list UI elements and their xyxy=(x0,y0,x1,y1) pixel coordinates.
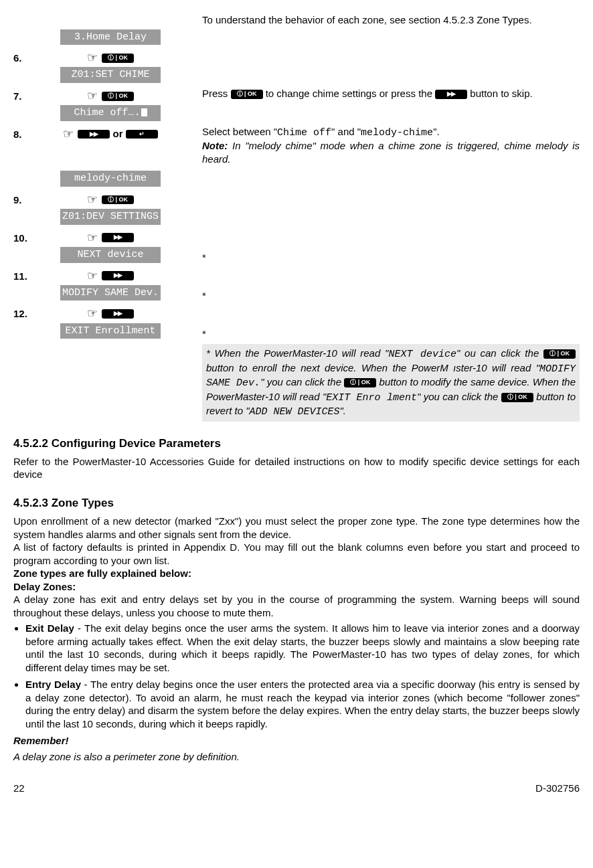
sec452-text: Refer to the PowerMaster-10 Accessories … xyxy=(13,455,580,481)
sec453-p2: A list of factory defaults is printed in… xyxy=(13,541,580,567)
sec453-p1: Upon enrollment of a new detector (marke… xyxy=(13,515,580,541)
display-exit-enrollment: EXIT Enrollment xyxy=(60,323,161,339)
ok-button[interactable]: ⓘ | OK xyxy=(102,195,134,205)
footnote-box: * When the PowerMaster-10 will read "NEX… xyxy=(202,344,580,422)
forward-button[interactable]: ▶▶ xyxy=(435,90,467,99)
sec453-p3: Zone types are fully explained below: xyxy=(13,567,580,580)
step-9-number: 9. xyxy=(13,191,33,207)
step-7-text: Press ⓘ | OK to change chime settings or… xyxy=(202,87,580,100)
ok-button[interactable]: ⓘ | OK xyxy=(231,90,263,99)
display-melody-chime: melody-chime xyxy=(60,171,161,187)
delay-zones-heading: Delay Zones: xyxy=(13,580,580,594)
page-footer: 22 D-302756 xyxy=(13,782,580,795)
hand-icon: ☞ xyxy=(87,89,98,102)
display-next-device: NEXT device xyxy=(60,247,161,263)
delay-list: Exit Delay - The exit delay begins once … xyxy=(13,622,580,730)
hand-icon: ☞ xyxy=(87,269,98,282)
heading-4523: 4.5.2.3 Zone Types xyxy=(13,496,580,511)
hand-icon: ☞ xyxy=(87,307,98,320)
ok-button[interactable]: ⓘ | OK xyxy=(102,54,134,63)
remember-text: A delay zone is also a perimeter zone by… xyxy=(13,750,580,764)
ok-button[interactable]: ⓘ | OK xyxy=(102,92,134,101)
display-home-delay: 3.Home Delay xyxy=(60,29,161,46)
step-8-text: Select between "Chime off" and "melody-c… xyxy=(202,125,580,166)
step-10-star: * xyxy=(202,251,580,264)
step-11-star: * xyxy=(202,289,580,302)
list-item-exit-delay: Exit Delay - The exit delay begins once … xyxy=(25,622,580,674)
forward-button[interactable]: ▶▶ xyxy=(102,233,134,242)
step-8-number: 8. xyxy=(13,125,33,141)
hand-icon: ☞ xyxy=(87,231,98,244)
step-6-number: 6. xyxy=(13,49,33,65)
step-11-number: 11. xyxy=(13,267,33,283)
display-dev-settings: Z01:DEV SETTINGS xyxy=(60,209,161,225)
list-item-entry-delay: Entry Delay - The entry delay begins onc… xyxy=(25,678,580,730)
back-button[interactable]: ↵ xyxy=(126,130,158,139)
ok-button[interactable]: ⓘ | OK xyxy=(344,378,376,387)
delay-zones-text: A delay zone has exit and entry delays s… xyxy=(13,593,580,619)
hand-icon: ☞ xyxy=(87,51,98,64)
intro-text: To understand the behavior of each zone,… xyxy=(202,13,580,27)
step-12-number: 12. xyxy=(13,305,33,321)
display-set-chime: Z01:SET CHIME xyxy=(60,67,161,83)
heading-4522: 4.5.2.2 Configuring Device Parameters xyxy=(13,436,580,451)
forward-button[interactable]: ▶▶ xyxy=(102,271,134,280)
ok-button[interactable]: ⓘ | OK xyxy=(543,349,576,359)
display-modify-same: MODIFY SAME Dev. xyxy=(60,285,161,301)
forward-button[interactable]: ▶▶ xyxy=(102,309,134,319)
display-chime-off: Chime off…. xyxy=(60,105,161,121)
hand-icon: ☞ xyxy=(87,193,98,206)
page-number: 22 xyxy=(13,782,25,795)
step-7-number: 7. xyxy=(13,87,33,103)
step-10-number: 10. xyxy=(13,229,33,245)
remember-heading: Remember! xyxy=(13,734,580,748)
ok-button[interactable]: ⓘ | OK xyxy=(501,393,533,402)
step-12-star: * xyxy=(202,327,580,341)
hand-icon: ☞ xyxy=(63,127,74,141)
forward-button[interactable]: ▶▶ xyxy=(78,130,110,139)
doc-number: D-302756 xyxy=(535,782,580,795)
